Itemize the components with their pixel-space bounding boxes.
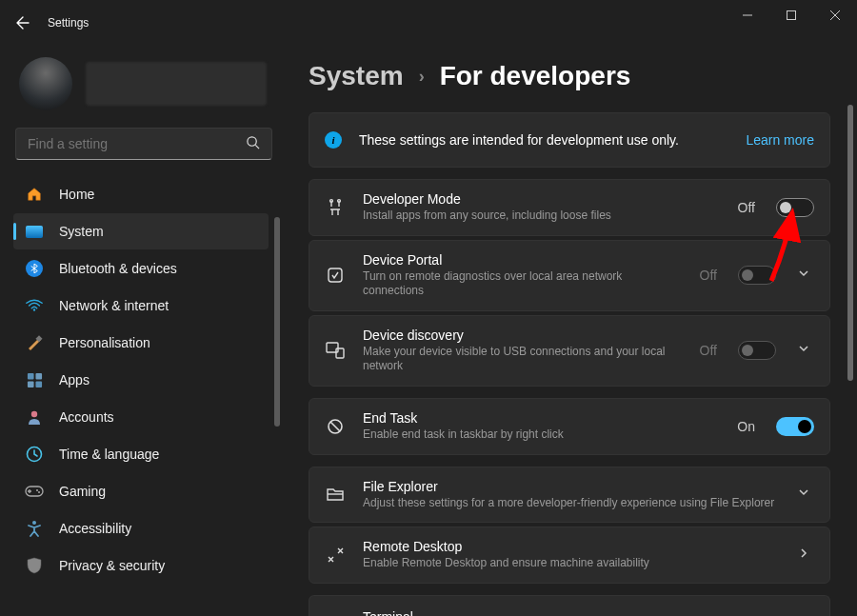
devmode-icon — [325, 197, 346, 218]
svg-point-8 — [31, 411, 37, 417]
setting-subtitle: Enable end task in taskbar by right clic… — [363, 427, 706, 443]
info-icon: i — [325, 131, 342, 149]
sidebar-item-label: Accounts — [59, 409, 114, 425]
sidebar-item-label: Privacy & security — [59, 558, 165, 573]
sidebar-item-label: Accessibility — [59, 521, 131, 536]
toggle-state-label: Off — [700, 268, 717, 283]
navigate-button[interactable] — [793, 543, 814, 567]
paintbrush-icon — [25, 333, 44, 352]
sidebar-item-accessibility[interactable]: Accessibility — [13, 510, 269, 546]
sidebar-item-label: Bluetooth & devices — [59, 261, 177, 276]
svg-rect-0 — [787, 11, 796, 20]
info-banner: i These settings are intended for develo… — [309, 112, 830, 168]
setting-subtitle: Install apps from any source, including … — [363, 209, 706, 224]
gaming-icon — [25, 482, 44, 501]
minimize-button[interactable] — [726, 0, 769, 30]
shield-icon — [25, 556, 44, 575]
sidebar-item-label: System — [59, 224, 104, 239]
developer-mode-toggle[interactable] — [776, 198, 814, 217]
sidebar-item-time[interactable]: Time & language — [13, 436, 269, 472]
profile-name-redacted — [86, 62, 267, 106]
avatar — [19, 57, 72, 110]
setting-device-discovery: Device discovery Make your device visibl… — [309, 315, 830, 387]
home-icon — [25, 185, 44, 204]
info-text: These settings are intended for developm… — [359, 132, 728, 148]
sidebar-item-label: Personalisation — [59, 335, 150, 350]
expand-button[interactable] — [793, 338, 814, 363]
setting-subtitle: Make your device visible to USB connecti… — [363, 345, 683, 374]
setting-developer-mode: Developer Mode Install apps from any sou… — [309, 179, 830, 236]
breadcrumb: System › For developers — [309, 61, 830, 91]
bluetooth-icon — [25, 259, 44, 278]
file-explorer-icon — [325, 484, 346, 505]
device-portal-icon — [325, 265, 346, 286]
profile-area[interactable] — [13, 53, 286, 128]
sidebar-item-system[interactable]: System — [13, 213, 269, 249]
sidebar-item-accounts[interactable]: Accounts — [13, 399, 269, 435]
sidebar-item-gaming[interactable]: Gaming — [13, 473, 269, 509]
app-title: Settings — [48, 16, 89, 30]
system-icon — [25, 222, 44, 241]
close-button[interactable] — [813, 0, 857, 30]
wifi-icon — [25, 296, 44, 315]
terminal-icon — [325, 606, 346, 616]
accounts-icon — [25, 407, 44, 427]
expand-button[interactable] — [793, 482, 814, 507]
toggle-state-label: Off — [700, 343, 717, 358]
setting-title: End Task — [363, 410, 720, 426]
search-icon — [246, 135, 260, 153]
svg-rect-16 — [329, 268, 342, 282]
setting-title: Terminal — [363, 609, 814, 616]
setting-title: Remote Desktop — [363, 539, 776, 554]
sidebar-item-label: Network & internet — [59, 298, 169, 313]
chevron-right-icon: › — [419, 67, 425, 87]
setting-title: Device Portal — [363, 252, 683, 268]
back-button[interactable] — [8, 8, 38, 38]
sidebar-item-label: Apps — [59, 372, 90, 387]
sidebar-item-personalisation[interactable]: Personalisation — [13, 325, 269, 361]
sidebar-item-bluetooth[interactable]: Bluetooth & devices — [13, 250, 269, 287]
svg-rect-5 — [35, 372, 42, 379]
close-icon — [830, 10, 840, 20]
setting-title: Developer Mode — [363, 191, 721, 207]
svg-point-11 — [36, 489, 38, 491]
svg-point-2 — [33, 308, 35, 310]
sidebar-item-privacy[interactable]: Privacy & security — [13, 547, 269, 584]
setting-device-portal: Device Portal Turn on remote diagnostics… — [309, 240, 830, 311]
svg-rect-18 — [336, 348, 344, 358]
svg-rect-4 — [27, 372, 33, 379]
svg-point-12 — [38, 491, 40, 493]
breadcrumb-parent[interactable]: System — [309, 61, 404, 91]
window-controls — [726, 0, 857, 30]
clock-icon — [25, 445, 44, 464]
maximize-button[interactable] — [769, 0, 813, 30]
sidebar-item-home[interactable]: Home — [13, 176, 269, 212]
learn-more-link[interactable]: Learn more — [746, 132, 814, 148]
sidebar-item-label: Time & language — [59, 447, 159, 462]
nav: Home System Bluetooth & devices Network … — [13, 175, 286, 585]
search-box[interactable] — [15, 128, 272, 160]
svg-point-13 — [32, 521, 36, 525]
maximize-icon — [787, 10, 796, 20]
content-scrollbar[interactable] — [847, 105, 853, 612]
page-title: For developers — [440, 61, 631, 91]
setting-file-explorer[interactable]: File Explorer Adjust these settings for … — [309, 467, 830, 524]
remote-desktop-icon — [325, 545, 346, 566]
sidebar: Home System Bluetooth & devices Network … — [0, 46, 286, 616]
setting-terminal[interactable]: Terminal — [309, 595, 830, 616]
sidebar-item-network[interactable]: Network & internet — [13, 288, 269, 324]
device-portal-toggle — [738, 266, 776, 285]
sidebar-scrollbar[interactable] — [274, 217, 280, 606]
toggle-state-label: On — [737, 419, 755, 434]
setting-title: Device discovery — [363, 328, 683, 343]
title-bar: Settings — [0, 0, 857, 46]
expand-button[interactable] — [793, 263, 814, 288]
search-input[interactable] — [28, 136, 246, 151]
setting-end-task: End Task Enable end task in taskbar by r… — [309, 398, 830, 455]
toggle-state-label: Off — [738, 200, 755, 215]
end-task-toggle[interactable] — [776, 417, 814, 436]
device-discovery-icon — [325, 340, 346, 361]
sidebar-item-apps[interactable]: Apps — [13, 362, 269, 398]
setting-remote-desktop[interactable]: Remote Desktop Enable Remote Desktop and… — [309, 527, 830, 584]
end-task-icon — [325, 416, 346, 437]
